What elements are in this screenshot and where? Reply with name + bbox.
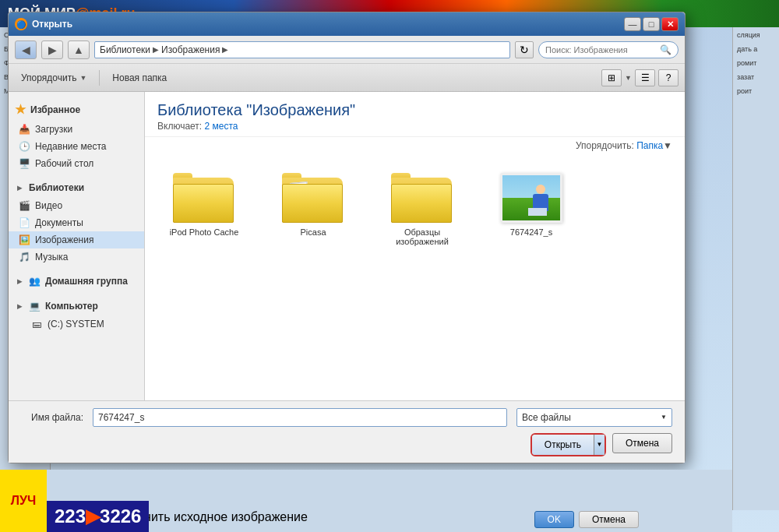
path-images: Изображения	[161, 44, 220, 55]
sidebar-item-downloads[interactable]: 📥 Загрузки	[9, 121, 144, 138]
search-icon[interactable]: 🔍	[660, 44, 671, 55]
homegroup-section: ▶ 👥 Домашняя группа	[9, 272, 144, 291]
open-dropdown-button[interactable]: ▼	[594, 435, 605, 455]
sidebar-item-video[interactable]: 🎬 Видео	[9, 197, 144, 214]
file-name-photo: 7674247_s	[510, 227, 552, 237]
sidebar-item-recent[interactable]: 🕒 Недавние места	[9, 138, 144, 155]
up-button[interactable]: ▲	[68, 41, 90, 59]
computer-label: Компьютер	[45, 301, 98, 312]
number-text2: 3226	[100, 506, 141, 527]
favorites-section: ★ Избранное 📥 Загрузки 🕒 Недавние места …	[9, 98, 144, 172]
bottom-cancel-button[interactable]: Отмена	[579, 511, 639, 528]
computer-section: ▶ 💻 Компьютер 🖴 (C:) SYSTEM	[9, 297, 144, 333]
organize-dropdown-arrow: ▼	[79, 74, 86, 82]
recent-label: Недавние места	[35, 141, 106, 152]
sidebar-item-drive-c[interactable]: 🖴 (C:) SYSTEM	[9, 315, 144, 333]
img-thumbnail-photo	[500, 173, 562, 223]
file-item-samples[interactable]: Образцы изображений	[375, 167, 469, 252]
view-button[interactable]: ⊞	[601, 69, 622, 86]
documents-label: Документы	[35, 217, 83, 228]
path-libraries: Библиотеки	[100, 44, 150, 55]
side-right-text4: зазат	[737, 73, 775, 81]
organize-button[interactable]: Упорядочить ▼	[15, 70, 93, 86]
filetype-select[interactable]: Все файлы ▼	[516, 408, 672, 427]
close-button[interactable]: ✕	[661, 17, 679, 31]
search-input[interactable]	[545, 45, 657, 55]
homegroup-icon: 👥	[29, 276, 41, 287]
drive-label: (C:) SYSTEM	[48, 319, 104, 329]
toolbar-right: ⊞ ▼ ☰ ?	[601, 69, 679, 86]
help-button[interactable]: ?	[658, 69, 679, 86]
file-item-picasa[interactable]: Picasa	[266, 167, 360, 252]
filename-input[interactable]	[93, 408, 507, 427]
arrow-text: ▶	[86, 506, 100, 527]
files-grid: iPod Photo Cache Picasa	[145, 154, 685, 400]
details-view-button[interactable]: ☰	[635, 69, 655, 86]
filetype-arrow: ▼	[661, 414, 667, 421]
bottom-ok-button[interactable]: OK	[534, 511, 574, 528]
cancel-button[interactable]: Отмена	[612, 433, 672, 453]
libraries-section: ▶ Библиотеки 🎬 Видео 📄 Документы 🖼️ Изоб…	[9, 178, 144, 266]
homegroup-group[interactable]: ▶ 👥 Домашняя группа	[9, 272, 144, 291]
luch-text: ЛУЧ	[11, 494, 36, 508]
title-controls[interactable]: — □ ✕	[624, 17, 679, 31]
sidebar-item-documents[interactable]: 📄 Документы	[9, 214, 144, 231]
refresh-button[interactable]: ↻	[515, 41, 534, 58]
desktop-icon: 🖥️	[18, 157, 30, 170]
number-banner: 223 ▶ 3226	[47, 501, 149, 532]
new-folder-label: Новая папка	[112, 72, 167, 83]
side-right-text3: ромит	[737, 59, 775, 67]
places-link[interactable]: 2 места	[205, 121, 238, 132]
maximize-button[interactable]: □	[643, 17, 660, 31]
desktop-label: Рабочий стол	[35, 158, 93, 169]
back-button[interactable]: ◀	[15, 41, 37, 59]
toolbar: Упорядочить ▼ Новая папка ⊞ ▼ ☰ ?	[9, 64, 685, 92]
new-folder-button[interactable]: Новая папка	[106, 70, 173, 86]
file-name-picasa: Picasa	[300, 227, 326, 237]
music-icon: 🎵	[18, 251, 30, 263]
open-dialog: 🔵 Открыть — □ ✕ ◀ ▶ ▲ Библиотеки ▶ Изобр…	[8, 12, 686, 463]
title-bar-left: 🔵 Открыть	[15, 18, 72, 30]
sidebar-item-images[interactable]: 🖼️ Изображения	[9, 231, 144, 248]
favorites-group[interactable]: ★ Избранное	[9, 98, 144, 121]
libraries-group[interactable]: ▶ Библиотеки	[9, 178, 144, 197]
sidebar-item-desktop[interactable]: 🖥️ Рабочий стол	[9, 155, 144, 172]
file-item-photo[interactable]: 7674247_s	[485, 167, 578, 252]
address-bar: ◀ ▶ ▲ Библиотеки ▶ Изображения ▶ ↻ 🔍	[9, 36, 685, 64]
path-arrow2: ▶	[222, 45, 228, 54]
minimize-button[interactable]: —	[624, 17, 641, 31]
file-name-samples: Образцы изображений	[382, 227, 463, 246]
number-text: 223	[55, 506, 86, 527]
folder-icon-ipod	[173, 173, 235, 223]
video-label: Видео	[35, 200, 62, 211]
side-right: сляция дать а ромит зазат роит	[732, 27, 779, 510]
filename-row: Имя файла: Все файлы ▼	[21, 408, 672, 427]
homegroup-label: Домашняя группа	[45, 276, 128, 287]
images-label: Изображения	[35, 234, 93, 245]
open-button[interactable]: Открыть	[532, 435, 594, 455]
computer-icon: 💻	[29, 301, 41, 312]
search-box[interactable]: 🔍	[538, 41, 679, 58]
folder-icon-samples	[391, 173, 453, 223]
filetype-value: Все файлы	[522, 412, 571, 423]
video-icon: 🎬	[18, 199, 30, 212]
bottom-bar: Имя файла: Все файлы ▼ Открыть ▼ Отмена	[9, 400, 685, 463]
view-dropdown-arrow[interactable]: ▼	[625, 74, 632, 82]
action-row: Открыть ▼ Отмена	[21, 433, 672, 456]
sort-value-link[interactable]: Папка	[636, 140, 663, 151]
images-icon: 🖼️	[18, 234, 30, 246]
title-bar: 🔵 Открыть — □ ✕	[9, 12, 685, 36]
forward-button[interactable]: ▶	[41, 41, 63, 59]
computer-group[interactable]: ▶ 💻 Компьютер	[9, 297, 144, 315]
file-item-ipod[interactable]: iPod Photo Cache	[157, 167, 251, 252]
dialog-icon: 🔵	[15, 18, 27, 30]
left-panel: ★ Избранное 📥 Загрузки 🕒 Недавние места …	[9, 92, 145, 400]
sidebar-item-music[interactable]: 🎵 Музыка	[9, 248, 144, 266]
music-label: Музыка	[35, 252, 68, 262]
side-right-text5: роит	[737, 87, 775, 95]
address-path[interactable]: Библиотеки ▶ Изображения ▶	[94, 41, 510, 58]
cancel-label: Отмена	[626, 438, 659, 449]
main-content: ★ Избранное 📥 Загрузки 🕒 Недавние места …	[9, 92, 685, 400]
action-buttons-bottom: OK Отмена	[534, 511, 639, 528]
panel-header: Библиотека "Изображения" Включает: 2 мес…	[145, 92, 685, 137]
